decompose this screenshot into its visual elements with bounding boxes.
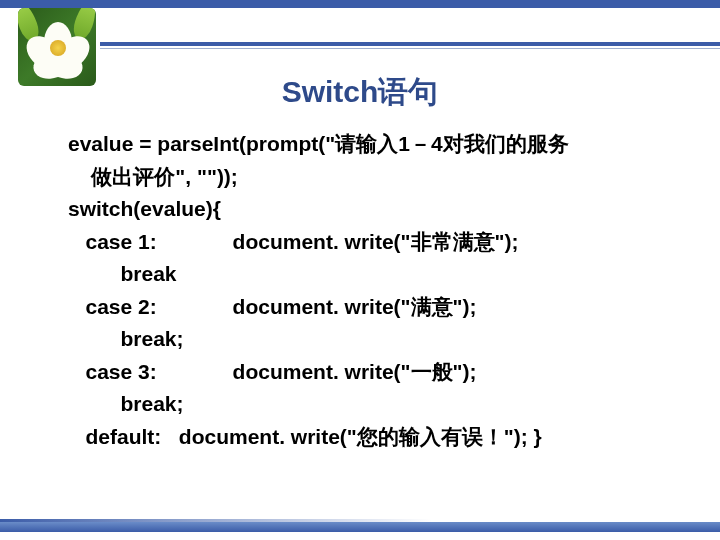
code-line: default: document. write("您的输入有误！"); } xyxy=(68,421,680,454)
code-line: break xyxy=(68,258,680,291)
code-block: evalue = parseInt(prompt("请输入1－4对我们的服务 做… xyxy=(68,128,680,453)
code-line: break; xyxy=(68,323,680,356)
code-line: switch(evalue){ xyxy=(68,193,680,226)
code-line: 做出评价", "")); xyxy=(68,161,680,194)
header-rule xyxy=(100,42,720,46)
code-line: case 3: document. write("一般"); xyxy=(68,356,680,389)
code-line: evalue = parseInt(prompt("请输入1－4对我们的服务 xyxy=(68,128,680,161)
slide-title: Switch语句 xyxy=(0,72,720,113)
code-line: break; xyxy=(68,388,680,421)
header-rule-thin xyxy=(100,48,720,49)
bottom-bar xyxy=(0,522,720,532)
code-line: case 2: document. write("满意"); xyxy=(68,291,680,324)
top-accent-bar xyxy=(0,0,720,8)
code-line: case 1: document. write("非常满意"); xyxy=(68,226,680,259)
